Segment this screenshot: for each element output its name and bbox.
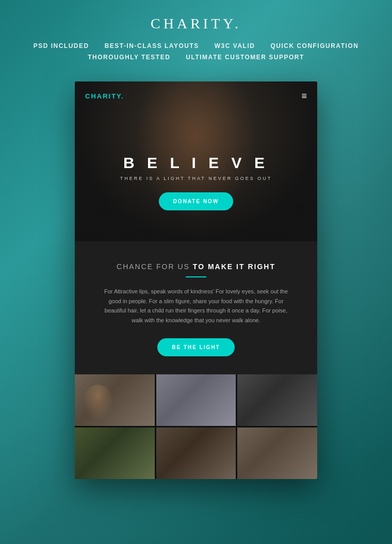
section2-body: For Attractive lips, speak words of kind…	[101, 287, 291, 325]
photo-cell-5	[156, 427, 236, 479]
feature-tested: THOROUGHLY TESTED	[88, 54, 170, 61]
feature-w3c: W3C VALID	[215, 42, 255, 50]
donate-now-button[interactable]: DONATE NOW	[159, 192, 234, 210]
logo-dot: .	[121, 92, 124, 100]
hero-subheadline: THERE IS A LIGHT THAT NEVER GOES OUT	[75, 176, 317, 181]
be-the-light-button[interactable]: BE THE LIGHT	[157, 338, 234, 356]
feature-config: QUICK CONFIGURATION	[270, 42, 358, 50]
logo-text: CHARITY	[85, 92, 121, 100]
photo-cell-4	[75, 427, 155, 479]
section2-title-row: CHANCE FOR US TO MAKE IT RIGHT	[101, 262, 291, 271]
preview-logo: CHARITY.	[85, 92, 124, 100]
feature-layouts: BEST-IN-CLASS LAYOUTS	[105, 42, 199, 50]
photo-cell-6	[237, 427, 317, 479]
hamburger-icon[interactable]: ≡	[301, 91, 307, 102]
preview-card: CHARITY. ≡ B E L I E V E THERE IS A LIGH…	[75, 81, 317, 479]
photo-cell-3	[237, 374, 317, 426]
section2-title-bold: TO MAKE IT RIGHT	[193, 262, 275, 271]
preview-section2: CHANCE FOR US TO MAKE IT RIGHT For Attra…	[75, 241, 317, 374]
section2-divider	[186, 276, 206, 277]
site-title: CHARITY.	[10, 15, 382, 32]
header-section: CHARITY. PSD INCLUDED BEST-IN-CLASS LAYO…	[0, 0, 392, 76]
hero-content: B E L I E V E THERE IS A LIGHT THAT NEVE…	[75, 154, 317, 210]
features-grid: PSD INCLUDED BEST-IN-CLASS LAYOUTS W3C V…	[10, 42, 382, 61]
feature-psd: PSD INCLUDED	[34, 42, 89, 50]
section2-title-normal: CHANCE FOR US	[117, 262, 193, 271]
preview-nav: CHARITY. ≡	[75, 81, 317, 111]
hero-headline: B E L I E V E	[75, 154, 317, 172]
photo-cell-2	[156, 374, 236, 426]
photo-cell-1	[75, 374, 155, 426]
preview-hero: CHARITY. ≡ B E L I E V E THERE IS A LIGH…	[75, 81, 317, 241]
photo-grid	[75, 374, 317, 479]
feature-support: ULTIMATE CUSTOMER SUPPORT	[186, 54, 304, 61]
